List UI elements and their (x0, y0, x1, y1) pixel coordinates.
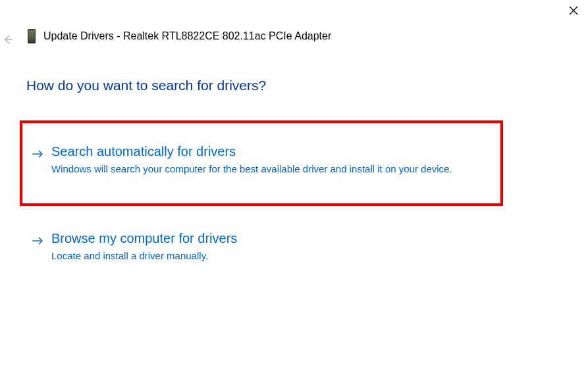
option-browse-computer[interactable]: Browse my computer for drivers Locate an… (20, 218, 503, 277)
option-description: Windows will search your computer for th… (51, 162, 460, 177)
option-search-automatically[interactable]: Search automatically for drivers Windows… (20, 120, 503, 206)
close-button[interactable] (566, 3, 581, 18)
window-title-row: Update Drivers - Realtek RTL8822CE 802.1… (28, 29, 331, 43)
back-arrow-icon (3, 34, 13, 45)
page-heading: How do you want to search for drivers? (26, 78, 266, 93)
option-title: Browse my computer for drivers (51, 231, 490, 246)
close-icon (569, 6, 578, 15)
window-title: Update Drivers - Realtek RTL8822CE 802.1… (43, 30, 331, 42)
options-container: Search automatically for drivers Windows… (20, 120, 503, 276)
back-button[interactable] (0, 32, 16, 47)
arrow-right-icon (32, 148, 43, 160)
option-title: Search automatically for drivers (51, 144, 490, 159)
arrow-right-icon (32, 235, 43, 247)
option-body: Search automatically for drivers Windows… (51, 144, 490, 177)
option-description: Locate and install a driver manually. (51, 249, 460, 264)
device-icon (28, 29, 36, 43)
option-body: Browse my computer for drivers Locate an… (51, 231, 490, 264)
